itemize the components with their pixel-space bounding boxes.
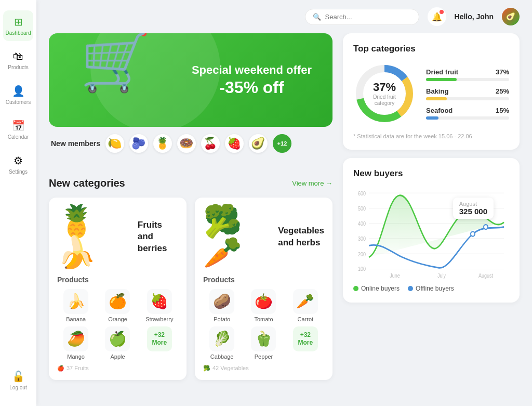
member-avatar: 🍒 [201, 134, 220, 153]
member-extra-count: +12 [273, 134, 291, 153]
donut-sublabel: Dried fruit category [369, 94, 400, 107]
search-bar[interactable]: 🔍 [305, 9, 419, 25]
sidebar-item-label: Customers [6, 99, 31, 105]
notifications-button[interactable]: 🔔 [428, 7, 446, 26]
sidebar-item-label: Settings [9, 169, 28, 175]
header: 🔍 🔔 Hello, John 🥑 [36, 0, 532, 33]
avatar: 🥑 [502, 8, 520, 25]
vegetables-card-header: 🥦🥕 Vegetablesand herbs [203, 206, 324, 268]
sidebar: ⊞ Dashboard 🛍 Products 👤 Customers 📅 Cal… [0, 0, 36, 406]
new-members-row: New members 🍋 🫐 🍍 🍩 🍒 🍓 🥑 +12 [49, 134, 332, 153]
products-icon: 🛍 [13, 50, 23, 62]
new-buyers-card: New buyers 600 500 400 300 [343, 158, 520, 303]
top-categories-card: Top categories [343, 33, 520, 150]
sidebar-item-calendar[interactable]: 📅 Calendar [3, 114, 33, 145]
notification-dot [440, 10, 444, 14]
banana-name: Banana [66, 316, 86, 322]
category-cards: 🍍🍌 Fruits andberries Products 🍌 Banana 🍊… [49, 198, 332, 380]
svg-point-21 [484, 225, 488, 229]
sidebar-item-label: Products [8, 64, 28, 70]
dashboard-icon: ⊞ [14, 16, 23, 28]
cat-name: Seafood [426, 107, 453, 114]
member-avatar: 🥑 [249, 134, 268, 153]
product-item: 🥕 Carrot [287, 289, 324, 322]
online-label: Online buyers [361, 285, 400, 292]
sidebar-item-label: Dashboard [6, 30, 31, 36]
fruits-card-header: 🍍🍌 Fruits andberries [57, 206, 178, 268]
promo-banner: 🛒 Special weekend offer -35% off [49, 33, 332, 127]
product-item: 🥭 Mango [57, 326, 95, 360]
category-list: Dried fruit 37% Baking 25% [426, 68, 509, 120]
cabbage-emoji: 🥬 [209, 326, 234, 351]
chart-area: 600 500 400 300 200 100 June July August [353, 187, 509, 281]
more-button-item[interactable]: +32 More [287, 326, 324, 360]
donut-label: 37% Dried fruit category [369, 81, 400, 107]
product-item: 🍏 Apple [99, 326, 136, 360]
user-greeting: Hello, John [455, 12, 494, 21]
sidebar-item-dashboard[interactable]: ⊞ Dashboard [3, 10, 33, 41]
new-categories-section: New categories View more → 🍍🍌 Fruits and… [49, 177, 332, 394]
logout-icon: 🔓 [12, 370, 25, 383]
vegetables-more-btn[interactable]: +32 More [293, 326, 318, 351]
search-input[interactable] [325, 13, 411, 21]
new-members-label: New members [51, 139, 100, 148]
vegetables-icon: 🥦 [203, 365, 210, 372]
banner-line1: Special weekend offer [192, 63, 312, 78]
offline-label: Offline buyers [416, 285, 454, 292]
product-item: 🍅 Tomato [245, 289, 282, 322]
strawberry-emoji: 🍓 [147, 289, 172, 314]
carrot-emoji: 🥕 [293, 289, 318, 314]
sidebar-item-customers[interactable]: 👤 Customers [3, 80, 33, 110]
view-more-link[interactable]: View more → [292, 179, 332, 187]
cabbage-name: Cabbage [210, 353, 234, 360]
member-avatar: 🍩 [177, 134, 196, 153]
cat-bar [426, 78, 509, 81]
cat-name: Dried fruit [426, 68, 458, 76]
cat-item-baking: Baking 25% [426, 87, 509, 100]
logout-label: Log out [9, 385, 26, 390]
sidebar-item-logout[interactable]: 🔓 Log out [3, 365, 33, 396]
settings-icon: ⚙ [14, 154, 23, 167]
cat-pct: 15% [496, 107, 509, 114]
chart-legend: Online buyers Offline buyers [353, 285, 509, 292]
svg-text:500: 500 [358, 205, 366, 212]
vegetables-count: 42 Vegetables [212, 365, 249, 371]
fruits-more-btn[interactable]: +32 More [147, 326, 172, 351]
tomato-name: Tomato [254, 316, 273, 322]
fruits-products-label: Products [57, 276, 178, 284]
more-button-item[interactable]: +32 More [141, 326, 178, 360]
svg-text:August: August [478, 273, 493, 279]
vegetables-image: 🥦🥕 [203, 206, 272, 268]
fruits-count: 37 Fruits [66, 365, 89, 371]
tooltip-value: 325 000 [459, 207, 487, 216]
banner-discount: -35% off [192, 78, 312, 97]
vegetables-name: Vegetablesand herbs [278, 225, 324, 248]
cat-bar [426, 116, 509, 120]
content-grid: 🛒 Special weekend offer -35% off New mem… [36, 33, 532, 406]
search-icon: 🔍 [313, 13, 321, 21]
potato-emoji: 🥔 [209, 289, 234, 314]
cat-bar-fill [426, 116, 438, 120]
fruits-image: 🍍🍌 [57, 206, 131, 268]
cat-item-seafood: Seafood 15% [426, 107, 509, 120]
vegetables-product-grid: 🥔 Potato 🍅 Tomato 🥕 Carrot 🥬 [203, 289, 324, 360]
product-item: 🍓 Strawberry [141, 289, 178, 322]
donut-percentage: 37% [369, 81, 400, 94]
cat-pct: 37% [496, 68, 509, 76]
section-header: New categories View more → [49, 177, 332, 189]
banner-text: Special weekend offer -35% off [192, 63, 312, 97]
offline-dot [408, 286, 413, 291]
pepper-emoji: 🫑 [251, 326, 276, 351]
vegetables-footer: 🥦 42 Vegetables [203, 365, 324, 372]
cat-name: Baking [426, 87, 448, 95]
member-avatar: 🍋 [105, 134, 124, 153]
apple-name: Apple [110, 353, 125, 360]
svg-text:July: July [437, 273, 446, 279]
stat-note: * Statistical data are for the week 15.0… [353, 133, 509, 139]
svg-text:100: 100 [358, 266, 366, 272]
cat-bar [426, 97, 509, 100]
svg-text:300: 300 [358, 236, 366, 242]
cat-pct: 25% [496, 87, 509, 95]
sidebar-item-settings[interactable]: ⚙ Settings [3, 149, 33, 180]
sidebar-item-products[interactable]: 🛍 Products [3, 45, 33, 75]
